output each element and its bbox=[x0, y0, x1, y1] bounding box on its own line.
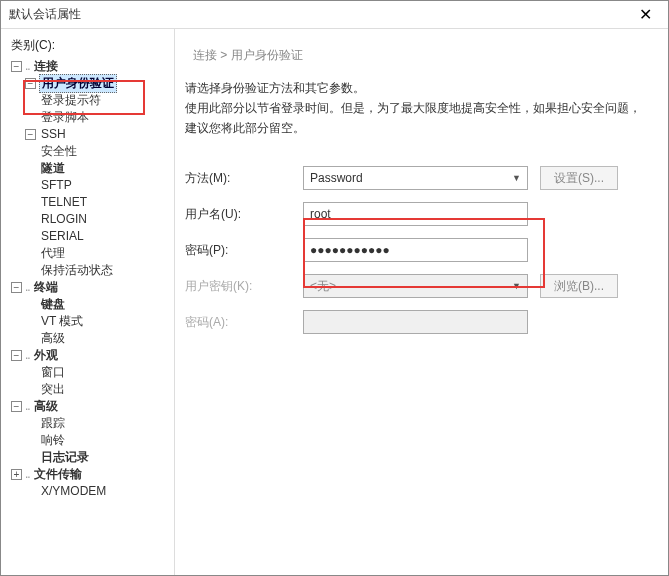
toggle-icon[interactable] bbox=[11, 469, 22, 480]
username-label: 用户名(U): bbox=[185, 206, 303, 223]
toggle-icon[interactable] bbox=[11, 282, 22, 293]
desc-line1: 请选择身份验证方法和其它参数。 bbox=[185, 78, 650, 98]
browse-button[interactable]: 浏览(B)... bbox=[540, 274, 618, 298]
method-select[interactable]: Password ▼ bbox=[303, 166, 528, 190]
userkey-value: <无> bbox=[310, 278, 336, 295]
tree-keepalive[interactable]: 保持活动状态 bbox=[39, 262, 115, 279]
password-input[interactable]: ●●●●●●●●●●● bbox=[303, 238, 528, 262]
tree-terminal[interactable]: 终端 bbox=[32, 279, 60, 296]
toggle-icon[interactable] bbox=[11, 401, 22, 412]
toggle-icon[interactable] bbox=[11, 61, 22, 72]
method-value: Password bbox=[310, 171, 363, 185]
tree-vt[interactable]: VT 模式 bbox=[39, 313, 85, 330]
tree-security[interactable]: 安全性 bbox=[39, 143, 79, 160]
category-label: 类别(C): bbox=[11, 37, 168, 54]
tree-rlogin[interactable]: RLOGIN bbox=[39, 211, 89, 228]
tree-highlight[interactable]: 突出 bbox=[39, 381, 67, 398]
tree-login-script[interactable]: 登录脚本 bbox=[39, 109, 91, 126]
tree-trace[interactable]: 跟踪 bbox=[39, 415, 67, 432]
tree-appearance[interactable]: 外观 bbox=[32, 347, 60, 364]
tree-telnet[interactable]: TELNET bbox=[39, 194, 89, 211]
tree-auth[interactable]: 用户身份验证 bbox=[39, 74, 117, 93]
password2-input bbox=[303, 310, 528, 334]
password-label: 密码(P): bbox=[185, 242, 303, 259]
tree-filetransfer[interactable]: 文件传输 bbox=[32, 466, 84, 483]
chevron-down-icon: ▼ bbox=[512, 173, 521, 183]
window-title: 默认会话属性 bbox=[9, 6, 81, 23]
set-button[interactable]: 设置(S)... bbox=[540, 166, 618, 190]
desc-line2: 使用此部分以节省登录时间。但是，为了最大限度地提高安全性，如果担心安全问题，建议… bbox=[185, 98, 650, 138]
userkey-label: 用户密钥(K): bbox=[185, 278, 303, 295]
chevron-down-icon: ▼ bbox=[512, 281, 521, 291]
tree-window[interactable]: 窗口 bbox=[39, 364, 67, 381]
password2-label: 密码(A): bbox=[185, 314, 303, 331]
tree-ssh[interactable]: SSH bbox=[39, 126, 68, 143]
toggle-icon[interactable] bbox=[11, 350, 22, 361]
method-label: 方法(M): bbox=[185, 170, 303, 187]
tree-xymodem[interactable]: X/YMODEM bbox=[39, 483, 108, 500]
userkey-select: <无> ▼ bbox=[303, 274, 528, 298]
tree-bell[interactable]: 响铃 bbox=[39, 432, 67, 449]
toggle-icon[interactable] bbox=[25, 78, 36, 89]
tree-keyboard[interactable]: 键盘 bbox=[39, 296, 67, 313]
tree-sftp[interactable]: SFTP bbox=[39, 177, 74, 194]
close-icon[interactable]: ✕ bbox=[623, 1, 668, 29]
tree-login-prompt[interactable]: 登录提示符 bbox=[39, 92, 103, 109]
tree-serial[interactable]: SERIAL bbox=[39, 228, 86, 245]
category-tree[interactable]: ..连接 用户身份验证 登录提示符 登录脚本 SSH 安全性 隧道 SFTP T… bbox=[11, 58, 168, 500]
tree-connection[interactable]: 连接 bbox=[32, 58, 60, 75]
breadcrumb: 连接 > 用户身份验证 bbox=[175, 29, 668, 78]
username-input[interactable] bbox=[303, 202, 528, 226]
tree-adv1[interactable]: 高级 bbox=[39, 330, 67, 347]
tree-logging[interactable]: 日志记录 bbox=[39, 449, 91, 466]
toggle-icon[interactable] bbox=[25, 129, 36, 140]
tree-adv2[interactable]: 高级 bbox=[32, 398, 60, 415]
tree-tunnel[interactable]: 隧道 bbox=[39, 160, 67, 177]
tree-proxy[interactable]: 代理 bbox=[39, 245, 67, 262]
